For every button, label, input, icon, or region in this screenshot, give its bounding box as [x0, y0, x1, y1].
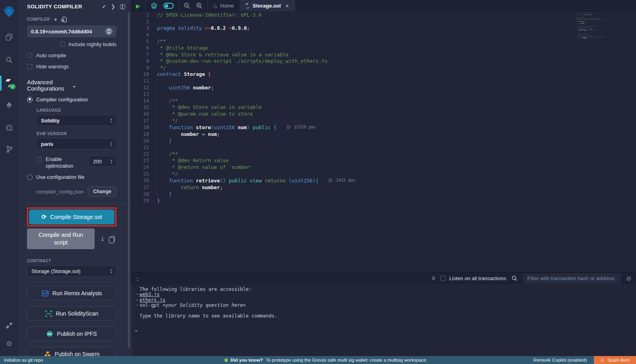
compiler-configuration-radio[interactable] — [27, 97, 33, 103]
ai-copilot-toggle[interactable] — [163, 3, 174, 9]
contract-select[interactable]: Storage (Storage.sol) ▴▾ — [27, 265, 116, 277]
code-line: 22 /** — [131, 151, 636, 158]
remix-ai-logo-icon[interactable] — [0, 2, 18, 21]
code-line: 15 * @dev Store value in variable — [131, 104, 636, 111]
copilot-status[interactable]: RemixAI Copilot (enabled) — [533, 358, 594, 362]
code-line: 13 — [131, 91, 636, 98]
remix-ai-robot-icon[interactable] — [150, 2, 158, 10]
listen-transactions-label: Listen on all transactions — [449, 275, 506, 281]
code-line: 24 * @return value of 'number' — [131, 164, 636, 171]
terminal-line: The following libraries are accessible: — [135, 287, 636, 292]
run-solidityscan-label: Run SolidityScan — [56, 310, 99, 317]
icon-rail: ✓ ⚙ — [0, 0, 18, 356]
import-compiler-icon[interactable] — [61, 17, 67, 22]
enable-optimization-checkbox[interactable] — [37, 157, 42, 162]
copy-icon[interactable] — [111, 236, 115, 241]
terminal-toolbar: ⌄⌄ 0 Listen on all transactions ⊘ — [131, 272, 636, 284]
evm-version-select[interactable]: paris ▴▾ — [37, 138, 116, 149]
zoom-out-icon[interactable] — [184, 2, 190, 9]
terminal-link: web3.js — [140, 292, 160, 297]
enable-optimization-label: Enable optimization — [46, 156, 81, 169]
did-you-know-text: To prototype using the Gnosis safe multi… — [266, 358, 428, 362]
home-tab-label: Home — [220, 3, 234, 9]
stepper-caret-icon[interactable]: ▴▾ — [111, 159, 112, 164]
tab-storage-sol[interactable]: Storage.sol × — [240, 0, 295, 12]
settings-gear-icon[interactable]: ⚙ — [0, 335, 18, 353]
git-init-status[interactable]: Initialize as git repo — [0, 358, 43, 362]
use-configuration-file-radio[interactable] — [27, 174, 33, 180]
scan-icon — [45, 311, 52, 317]
code-line: 12 uint256 number; — [131, 85, 636, 91]
section-divider — [18, 204, 131, 204]
plugin-manager-icon[interactable] — [0, 316, 18, 335]
search-icon[interactable] — [0, 51, 18, 69]
compile-button[interactable]: ⟳ Compile Storage.sol — [29, 209, 114, 225]
compiler-version-select[interactable]: 0.8.19+commit.7dd6d404 ▲▼ — [27, 25, 116, 37]
run-solidityscan-button[interactable]: Run SolidityScan — [27, 306, 116, 321]
compiler-section-label: COMPILER — [27, 17, 50, 21]
code-line: 9 */ — [131, 65, 636, 72]
pin-panel-icon[interactable] — [120, 4, 125, 9]
git-icon[interactable] — [0, 140, 18, 158]
scam-alert-button[interactable]: ⚠ Scam Alert — [594, 356, 636, 364]
did-you-know-label: Did you know? — [231, 358, 263, 362]
compiler-configuration-label: Compiler configuration — [36, 97, 88, 103]
evm-version-label: EVM VERSION — [37, 132, 116, 136]
code-line: 18 function store(uint256 num) public { … — [131, 124, 636, 131]
deploy-run-icon[interactable] — [0, 96, 18, 114]
transaction-count: 0 — [432, 275, 435, 281]
home-icon: ⌂ — [213, 2, 217, 9]
auto-compile-label: Auto compile — [36, 52, 66, 58]
change-config-button[interactable]: Change — [88, 186, 116, 197]
nightly-builds-checkbox[interactable] — [60, 42, 65, 47]
chevron-right-icon[interactable]: ❯ — [111, 4, 115, 10]
terminal-search-icon[interactable] — [512, 275, 518, 281]
contract-value: Storage (Storage.sol) — [31, 268, 111, 274]
debugger-icon[interactable] — [0, 118, 18, 137]
add-compiler-icon[interactable]: + — [54, 16, 58, 23]
code-line: 1// SPDX-License-Identifier: GPL-3.0 — [131, 12, 636, 19]
info-icon[interactable]: i — [101, 236, 104, 242]
language-select[interactable]: Solidity ▴▾ — [37, 115, 116, 126]
tab-home[interactable]: ⌂ Home — [208, 0, 240, 12]
editor-minimap[interactable]: // SPDX-License-Identifier: GPL-3.0 prag… — [575, 13, 613, 41]
gas-estimate: 22520 gas — [287, 124, 316, 131]
transaction-filter-input[interactable] — [523, 273, 620, 284]
code-line: 28 } — [131, 191, 636, 198]
code-line: 16 * @param num value to store — [131, 111, 636, 118]
code-line: 2 — [131, 19, 636, 25]
code-line: 27 return number; — [131, 184, 636, 191]
listen-transactions-checkbox[interactable] — [440, 276, 446, 281]
code-line: 11 — [131, 78, 636, 85]
publish-on-swarm-button[interactable]: Publish on Swarm — [27, 347, 116, 356]
compile-and-run-tooltip[interactable]: Compile and Run script — [27, 228, 95, 249]
terminal-output[interactable]: The following libraries are accessible:•… — [131, 284, 636, 356]
code-line: 17 */ — [131, 118, 636, 124]
collapse-terminal-icon[interactable]: ⌄⌄ — [136, 276, 139, 281]
highlight-rectangle: ⟳ Compile Storage.sol — [27, 207, 116, 227]
optimization-runs-input[interactable]: 200 ▴▾ — [89, 156, 116, 167]
panel-scrollbar[interactable] — [128, 12, 130, 348]
code-line: 3pragma solidity >=0.8.2 <0.9.0; — [131, 25, 636, 32]
tooltip-line2: script — [29, 239, 92, 246]
advanced-configurations-toggle[interactable]: Advanced Configurations ⌄ — [27, 79, 116, 92]
hide-warnings-checkbox[interactable] — [27, 64, 32, 69]
close-tab-icon[interactable]: × — [285, 3, 289, 9]
contract-section-label: CONTRACT — [27, 259, 116, 263]
terminal-line: •sol-gpt <your Solidity question here> — [135, 303, 636, 308]
active-tab-label: Storage.sol — [253, 3, 281, 9]
file-explorer-icon[interactable] — [0, 28, 18, 46]
code-line: 20 } — [131, 138, 636, 145]
code-line: 10contract Storage { — [131, 71, 636, 78]
run-remix-analysis-button[interactable]: Run Remix Analysis — [27, 286, 116, 300]
zoom-in-icon[interactable] — [196, 2, 203, 9]
code-line: 6 * @title Storage — [131, 45, 636, 52]
solidity-compiler-icon[interactable]: ✓ — [0, 74, 18, 92]
clear-console-icon[interactable]: ⊘ — [626, 275, 631, 282]
code-editor[interactable]: 1// SPDX-License-Identifier: GPL-3.02 3p… — [131, 12, 636, 272]
auto-compile-checkbox[interactable] — [27, 53, 32, 58]
main-area: ▶ ⌂ Home Storage.sol × 1// SPDX-License-… — [131, 0, 636, 356]
indent-guide — [157, 78, 157, 197]
publish-on-ipfs-button[interactable]: IPFS Publish on IPFS — [27, 327, 116, 341]
run-script-play-icon[interactable]: ▶ — [136, 3, 140, 9]
